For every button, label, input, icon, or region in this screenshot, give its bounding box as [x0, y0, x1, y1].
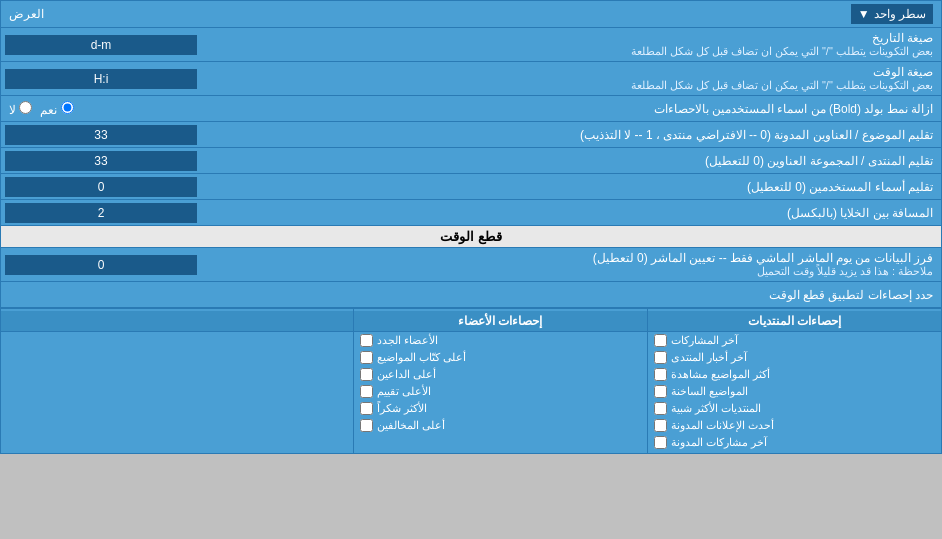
forum-address-row: تقليم المنتدى / المجموعة العناوين (0 للت… — [1, 148, 941, 174]
cb-forum-6-input[interactable] — [654, 419, 667, 432]
date-format-title: صيغة التاريخ — [209, 31, 933, 45]
time-format-input-cell — [1, 67, 201, 91]
cb-forum-1-label: آخر المشاركات — [671, 334, 738, 347]
col1-header: إحصاءات المنتديات — [648, 311, 941, 332]
users-address-input[interactable] — [5, 177, 197, 197]
cb-forum-6-label: أحدث الإعلانات المدونة — [671, 419, 774, 432]
users-address-label: تقليم أسماء المستخدمين (0 للتعطيل) — [201, 177, 941, 197]
bold-remove-row: ازالة نمط بولد (Bold) من اسماء المستخدمي… — [1, 96, 941, 122]
bold-remove-title: ازالة نمط بولد (Bold) من اسماء المستخدمي… — [654, 102, 933, 116]
cutoff-section-header: قطع الوقت — [1, 226, 941, 248]
cb-member-3-input[interactable] — [360, 368, 373, 381]
cb-forum-6: أحدث الإعلانات المدونة — [648, 417, 941, 434]
cb-forum-3-label: أكثر المواضيع مشاهدة — [671, 368, 770, 381]
cutoff-row: فرز البيانات من يوم الماشر الماشي فقط --… — [1, 248, 941, 282]
cb-forum-4-label: المواضيع الساخنة — [671, 385, 748, 398]
cell-spacing-input-cell — [1, 201, 201, 225]
cb-forum-2-label: آخر أخبار المنتدى — [671, 351, 747, 364]
cb-member-3-label: أعلى الداعين — [377, 368, 436, 381]
cb-member-6-input[interactable] — [360, 419, 373, 432]
cb-member-2: أعلى كتّاب المواضيع — [354, 349, 647, 366]
forum-address-input[interactable] — [5, 151, 197, 171]
cb-forum-7-input[interactable] — [654, 436, 667, 449]
users-address-row: تقليم أسماء المستخدمين (0 للتعطيل) — [1, 174, 941, 200]
col2-header: إحصاءات الأعضاء — [354, 311, 647, 332]
forum-address-input-cell — [1, 149, 201, 173]
checkbox-col-forums: إحصاءات المنتديات آخر المشاركات آخر أخبا… — [647, 309, 941, 453]
cell-spacing-row: المسافة بين الخلايا (بالبكسل) — [1, 200, 941, 226]
col3-header — [1, 311, 353, 332]
main-container: سطر واحد ▼ العرض صيغة التاريخ بعض التكوي… — [0, 0, 942, 454]
forum-address-label: تقليم المنتدى / المجموعة العناوين (0 للت… — [201, 151, 941, 171]
date-format-input[interactable] — [5, 35, 197, 55]
topic-address-label: تقليم الموضوع / العناوين المدونة (0 -- ا… — [201, 125, 941, 145]
stats-label-row: حدد إحصاءات لتطبيق قطع الوقت — [1, 282, 941, 308]
dropdown-label: سطر واحد — [874, 7, 926, 21]
cell-spacing-label: المسافة بين الخلايا (بالبكسل) — [201, 203, 941, 223]
time-format-label: صيغة الوقت بعض التكوينات يتطلب "/" التي … — [201, 62, 941, 95]
cutoff-input[interactable] — [5, 255, 197, 275]
cb-member-1-input[interactable] — [360, 334, 373, 347]
cb-member-2-label: أعلى كتّاب المواضيع — [377, 351, 466, 364]
bold-remove-label: ازالة نمط بولد (Bold) من اسماء المستخدمي… — [82, 99, 941, 119]
cb-forum-5-input[interactable] — [654, 402, 667, 415]
top-row: سطر واحد ▼ العرض — [1, 1, 941, 28]
time-format-input[interactable] — [5, 69, 197, 89]
display-dropdown[interactable]: سطر واحد ▼ — [851, 4, 933, 24]
cb-forum-7: آخر مشاركات المدونة — [648, 434, 941, 451]
cell-spacing-input[interactable] — [5, 203, 197, 223]
date-format-input-cell — [1, 33, 201, 57]
cb-forum-5: المنتديات الأكثر شبية — [648, 400, 941, 417]
radio-yes[interactable] — [61, 101, 74, 114]
users-address-input-cell — [1, 175, 201, 199]
cb-forum-2-input[interactable] — [654, 351, 667, 364]
cb-forum-3: أكثر المواضيع مشاهدة — [648, 366, 941, 383]
cb-member-5-label: الأكثر شكراً — [377, 402, 427, 415]
cutoff-title: فرز البيانات من يوم الماشر الماشي فقط --… — [209, 251, 933, 265]
cb-member-6: أعلى المخالفين — [354, 417, 647, 434]
checkbox-col-members: إحصاءات الأعضاء الأعضاء الجدد أعلى كتّاب… — [353, 309, 647, 453]
radio-yes-label: نعم — [40, 101, 73, 117]
cb-member-5: الأكثر شكراً — [354, 400, 647, 417]
display-label: العرض — [9, 7, 44, 21]
radio-no[interactable] — [19, 101, 32, 114]
cb-forum-1: آخر المشاركات — [648, 332, 941, 349]
cutoff-input-cell — [1, 253, 201, 277]
cb-forum-4-input[interactable] — [654, 385, 667, 398]
topic-address-input[interactable] — [5, 125, 197, 145]
cutoff-note: ملاحظة : هذا قد يزيد قليلاً وقت التحميل — [209, 265, 933, 278]
cb-forum-4: المواضيع الساخنة — [648, 383, 941, 400]
cb-member-3: أعلى الداعين — [354, 366, 647, 383]
radio-no-label: لا — [9, 101, 32, 117]
checkbox-col-empty — [1, 309, 353, 453]
date-format-note: بعض التكوينات يتطلب "/" التي يمكن ان تضا… — [209, 45, 933, 58]
time-format-title: صيغة الوقت — [209, 65, 933, 79]
checkboxes-grid: إحصاءات المنتديات آخر المشاركات آخر أخبا… — [1, 308, 941, 453]
cb-forum-2: آخر أخبار المنتدى — [648, 349, 941, 366]
topic-address-row: تقليم الموضوع / العناوين المدونة (0 -- ا… — [1, 122, 941, 148]
bold-radio-cell: نعم لا — [1, 99, 82, 119]
cb-forum-7-label: آخر مشاركات المدونة — [671, 436, 767, 449]
date-format-row: صيغة التاريخ بعض التكوينات يتطلب "/" الت… — [1, 28, 941, 62]
cb-member-4-input[interactable] — [360, 385, 373, 398]
topic-address-input-cell — [1, 123, 201, 147]
cb-forum-1-input[interactable] — [654, 334, 667, 347]
cb-member-4-label: الأعلى تقييم — [377, 385, 431, 398]
cb-member-1: الأعضاء الجدد — [354, 332, 647, 349]
stats-apply-label: حدد إحصاءات لتطبيق قطع الوقت — [201, 285, 941, 305]
cb-member-6-label: أعلى المخالفين — [377, 419, 445, 432]
cb-member-2-input[interactable] — [360, 351, 373, 364]
cutoff-label: فرز البيانات من يوم الماشر الماشي فقط --… — [201, 248, 941, 281]
cb-member-4: الأعلى تقييم — [354, 383, 647, 400]
time-format-note: بعض التكوينات يتطلب "/" التي يمكن ان تضا… — [209, 79, 933, 92]
cb-member-5-input[interactable] — [360, 402, 373, 415]
cb-member-1-label: الأعضاء الجدد — [377, 334, 438, 347]
cb-forum-3-input[interactable] — [654, 368, 667, 381]
time-format-row: صيغة الوقت بعض التكوينات يتطلب "/" التي … — [1, 62, 941, 96]
cb-forum-5-label: المنتديات الأكثر شبية — [671, 402, 761, 415]
dropdown-arrow-icon: ▼ — [858, 7, 870, 21]
date-format-label: صيغة التاريخ بعض التكوينات يتطلب "/" الت… — [201, 28, 941, 61]
